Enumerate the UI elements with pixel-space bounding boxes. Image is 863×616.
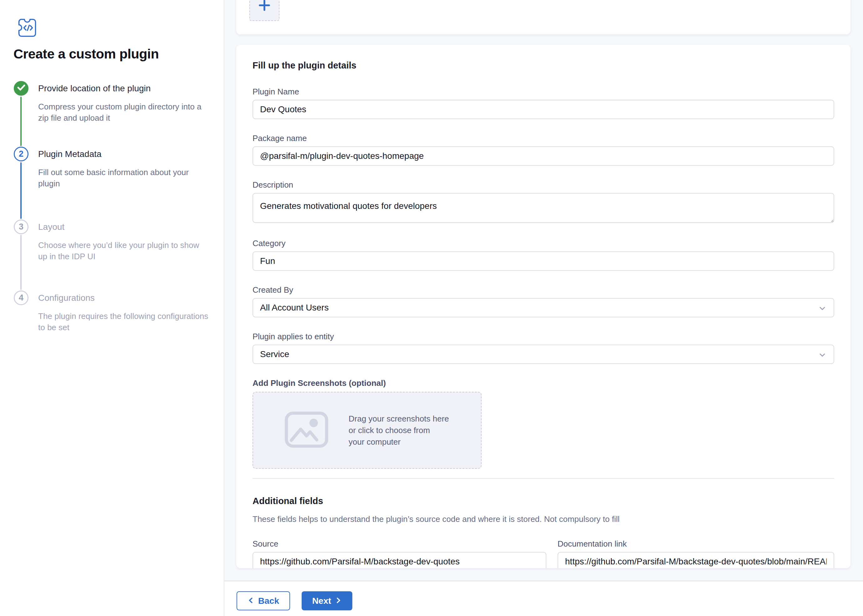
entity-select[interactable]: Service	[252, 344, 834, 364]
step-4-number: 4	[19, 293, 24, 303]
category-field: Category	[252, 239, 834, 271]
additional-fields-row: Source Documentation link	[252, 539, 834, 568]
step-2-number: 2	[19, 149, 24, 159]
step-1[interactable]: Provide location of the plugin Compress …	[38, 81, 209, 124]
documentation-input[interactable]	[557, 552, 834, 568]
source-input[interactable]	[252, 552, 546, 568]
dropzone-text: Drag your screenshots here or click to c…	[349, 413, 449, 448]
chevron-right-icon	[335, 596, 342, 606]
step-3-description: Choose where you’d like your plugin to s…	[38, 239, 209, 262]
plugin-upload-card	[236, 0, 850, 35]
chevron-down-icon	[818, 350, 827, 361]
step-2-description: Fill out some basic information about yo…	[38, 167, 209, 189]
section-divider	[252, 478, 834, 479]
page-title: Create a custom plugin	[13, 46, 208, 61]
footer-divider	[224, 581, 863, 581]
source-field: Source	[252, 539, 546, 568]
back-button[interactable]: Back	[236, 591, 290, 610]
step-1-description: Compress your custom plugin directory in…	[38, 101, 209, 124]
card-heading: Fill up the plugin details	[252, 60, 834, 71]
plugin-code-icon	[18, 18, 36, 38]
step-2-title: Plugin Metadata	[38, 147, 209, 161]
documentation-label: Documentation link	[557, 539, 834, 549]
step-3[interactable]: Layout Choose where you’d like your plug…	[38, 220, 209, 262]
screenshots-dropzone[interactable]: Drag your screenshots here or click to c…	[252, 392, 482, 469]
created-by-value: All Account Users	[260, 303, 329, 313]
entity-label: Plugin applies to entity	[252, 332, 834, 341]
stepper-connector	[20, 97, 22, 146]
entity-value: Service	[260, 349, 289, 359]
step-2[interactable]: Plugin Metadata Fill out some basic info…	[38, 147, 209, 189]
screenshots-field: Add Plugin Screenshots (optional) Drag y…	[252, 378, 834, 469]
add-screenshot-tile[interactable]	[249, 0, 279, 21]
step-4-title: Configurations	[38, 291, 209, 305]
created-by-field: Created By All Account Users	[252, 285, 834, 317]
next-button-label: Next	[312, 596, 331, 606]
stepper-connector	[20, 235, 22, 290]
wizard-sidebar: Create a custom plugin Provide location …	[0, 0, 224, 616]
plugin-name-field: Plugin Name	[252, 87, 834, 119]
step-4-indicator[interactable]: 4	[14, 291, 28, 305]
description-field: Description Generates motivational quote…	[252, 180, 834, 224]
step-3-title: Layout	[38, 220, 209, 234]
package-name-input[interactable]	[252, 146, 834, 166]
package-name-label: Package name	[252, 134, 834, 143]
stepper-connector	[20, 162, 22, 219]
step-4-description: The plugin requires the following config…	[38, 311, 209, 333]
additional-fields-heading: Additional fields	[252, 496, 834, 506]
plugin-name-label: Plugin Name	[252, 87, 834, 97]
package-name-field: Package name	[252, 134, 834, 166]
chevron-down-icon	[818, 304, 827, 315]
additional-fields-helper: These fields helps to understand the plu…	[252, 514, 834, 524]
chevron-left-icon	[247, 596, 254, 606]
step-1-title: Provide location of the plugin	[38, 81, 209, 96]
check-icon	[14, 80, 28, 97]
plugin-name-input[interactable]	[252, 100, 834, 119]
step-1-indicator[interactable]	[14, 81, 28, 96]
screenshots-label: Add Plugin Screenshots (optional)	[252, 378, 834, 388]
source-label: Source	[252, 539, 546, 549]
plugin-details-card: Fill up the plugin details Plugin Name P…	[236, 45, 850, 568]
plus-icon	[257, 0, 272, 14]
step-3-indicator[interactable]: 3	[14, 220, 28, 234]
back-button-label: Back	[258, 596, 279, 606]
created-by-select[interactable]: All Account Users	[252, 298, 834, 317]
description-label: Description	[252, 180, 834, 190]
created-by-label: Created By	[252, 285, 834, 295]
step-4[interactable]: Configurations The plugin requires the f…	[38, 291, 209, 333]
step-2-indicator[interactable]: 2	[14, 147, 28, 161]
entity-field: Plugin applies to entity Service	[252, 332, 834, 364]
next-button[interactable]: Next	[302, 591, 352, 610]
image-placeholder-icon	[284, 411, 329, 449]
documentation-field: Documentation link	[557, 539, 834, 568]
description-textarea[interactable]: Generates motivational quotes for develo…	[252, 193, 834, 223]
step-3-number: 3	[19, 222, 24, 232]
category-label: Category	[252, 239, 834, 248]
category-input[interactable]	[252, 251, 834, 271]
